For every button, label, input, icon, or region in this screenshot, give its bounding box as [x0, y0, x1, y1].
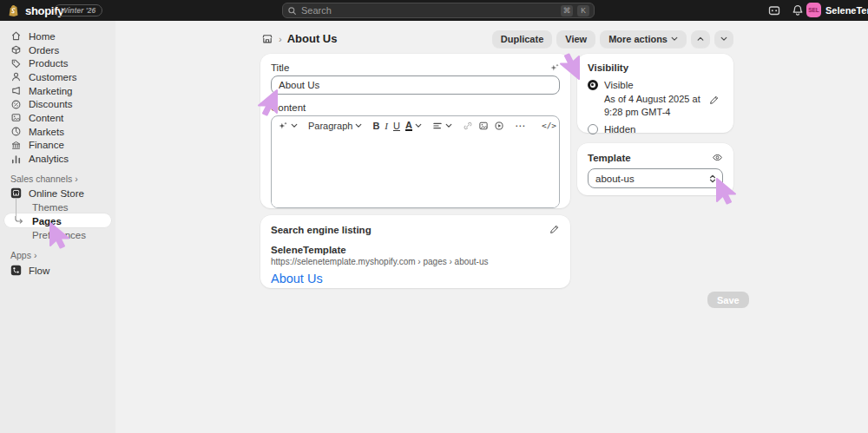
customers-icon — [10, 71, 22, 82]
content-icon — [10, 112, 22, 123]
title-field-label: Title — [271, 62, 289, 73]
sidebar-item-orders[interactable]: Orders — [0, 43, 115, 57]
sidebar-item-pages[interactable]: Pages — [0, 213, 115, 228]
apps-header[interactable]: Apps › — [10, 250, 36, 260]
editor-toolbar: Paragraph B I U A — [272, 116, 559, 134]
view-button[interactable]: View — [556, 30, 595, 48]
sidebar-item-themes[interactable]: Themes — [0, 200, 115, 214]
sidebar-item-marketing[interactable]: Marketing — [0, 84, 115, 98]
ai-sparkle-icon[interactable] — [549, 62, 560, 73]
paragraph-style-dropdown[interactable]: Paragraph — [308, 121, 362, 131]
visible-radio-option[interactable]: Visible — [588, 80, 723, 90]
chevron-down-icon — [671, 36, 678, 43]
view-label: View — [565, 34, 587, 44]
edit-pencil-icon[interactable] — [549, 224, 560, 235]
bold-button[interactable]: B — [372, 121, 379, 131]
pages-label: Pages — [32, 216, 62, 226]
sidebar-item-home[interactable]: Home — [0, 30, 115, 43]
analytics-icon — [10, 154, 22, 165]
sidebar: Home Orders Products Customers Marketing… — [0, 21, 115, 433]
text-color-button[interactable]: A — [405, 121, 422, 131]
notifications-bell-icon[interactable] — [791, 3, 805, 17]
template-selected-value: about-us — [595, 174, 635, 184]
chevron-down-icon — [291, 122, 298, 129]
editor-ai-button[interactable] — [278, 121, 298, 131]
more-actions-button[interactable]: More actions — [600, 30, 687, 48]
underline-button[interactable]: U — [393, 121, 400, 131]
seo-card: Search engine listing SeleneTemplate htt… — [260, 215, 570, 288]
edition-badge[interactable]: Winter '26 — [54, 4, 102, 16]
image-icon — [478, 121, 489, 131]
insert-video-button[interactable] — [494, 121, 504, 131]
search-icon — [287, 6, 297, 16]
duplicate-label: Duplicate — [501, 34, 544, 44]
online-store-icon — [10, 187, 22, 199]
sidebar-item-markets[interactable]: Markets — [0, 125, 115, 139]
sales-channels-header[interactable]: Sales channels › — [10, 174, 78, 184]
sidebar-item-finance[interactable]: Finance — [0, 139, 115, 153]
more-formatting-button[interactable]: ⋯ — [515, 120, 526, 132]
sidebar-label: Content — [29, 113, 63, 123]
sidebar-item-discounts[interactable]: Discounts — [0, 97, 115, 111]
title-content-card: Title Content Paragraph B I U A — [260, 54, 570, 208]
title-input[interactable] — [271, 75, 560, 95]
save-label: Save — [717, 295, 740, 305]
insert-image-button[interactable] — [478, 121, 489, 131]
chevron-up-icon — [697, 36, 704, 43]
topbar: shopify Winter '26 Search ⌘ K SEL Selene… — [0, 0, 868, 21]
sidebar-item-flow[interactable]: Flow — [0, 264, 115, 278]
visibility-heading: Visibility — [588, 62, 628, 73]
sidebar-label: Markets — [29, 127, 64, 137]
page-title: About Us — [287, 32, 338, 45]
content-editor-body[interactable] — [272, 134, 559, 208]
sidebar-label: Products — [29, 58, 68, 69]
sidebar-label: Home — [29, 31, 56, 42]
edit-pencil-icon[interactable] — [708, 95, 720, 106]
shopify-bag-icon — [7, 4, 20, 17]
duplicate-button[interactable]: Duplicate — [492, 30, 553, 48]
sidebar-item-content[interactable]: Content — [0, 111, 115, 125]
sidebar-item-preferences[interactable]: Preferences — [0, 228, 115, 242]
hidden-radio-option[interactable]: Hidden — [588, 124, 723, 134]
rich-text-editor: Paragraph B I U A — [271, 115, 560, 208]
storefront-icon[interactable] — [261, 33, 273, 45]
radio-unselected-icon — [588, 124, 598, 134]
template-select[interactable]: about-us — [588, 168, 723, 188]
sidebar-item-customers[interactable]: Customers — [0, 70, 115, 84]
template-card: Template about-us — [577, 143, 733, 195]
alignment-button[interactable] — [432, 121, 452, 131]
seo-page-link[interactable]: About Us — [271, 272, 560, 285]
chevron-down-icon — [415, 122, 422, 129]
chevron-right-icon: › — [75, 174, 78, 184]
user-name[interactable]: SeleneTemplate — [825, 5, 868, 16]
sidebar-label: Finance — [29, 140, 64, 150]
select-stepper-icon — [708, 174, 717, 184]
marketing-icon — [10, 85, 22, 96]
previous-page-button[interactable] — [691, 30, 710, 48]
chevron-right-icon: › — [34, 250, 37, 260]
chevron-down-icon — [445, 122, 452, 129]
save-button[interactable]: Save — [707, 292, 749, 308]
align-left-icon — [432, 121, 443, 131]
global-search[interactable]: Search ⌘ K — [282, 3, 595, 18]
discounts-icon — [10, 99, 22, 110]
cmd-keycap: ⌘ — [561, 5, 573, 16]
k-keycap: K — [577, 5, 589, 16]
user-avatar[interactable]: SEL — [806, 3, 821, 17]
link-button[interactable] — [463, 121, 473, 131]
sidebar-item-analytics[interactable]: Analytics — [0, 152, 115, 166]
page-header: › About Us Duplicate View More actions — [260, 30, 733, 48]
code-view-button[interactable]: </> — [542, 121, 556, 130]
ai-sparkle-icon — [278, 121, 288, 131]
sales-channels-label: Sales channels — [10, 174, 72, 184]
chevron-down-icon — [355, 122, 362, 129]
flow-app-icon — [10, 265, 22, 276]
sidebar-item-online-store[interactable]: Online Store — [0, 187, 115, 200]
next-page-button[interactable] — [714, 30, 733, 48]
italic-button[interactable]: I — [385, 121, 388, 131]
sidekick-icon[interactable] — [767, 3, 781, 17]
sidebar-item-products[interactable]: Products — [0, 56, 115, 70]
template-heading: Template — [588, 153, 631, 163]
eye-icon[interactable] — [712, 152, 723, 163]
play-circle-icon — [494, 121, 504, 131]
